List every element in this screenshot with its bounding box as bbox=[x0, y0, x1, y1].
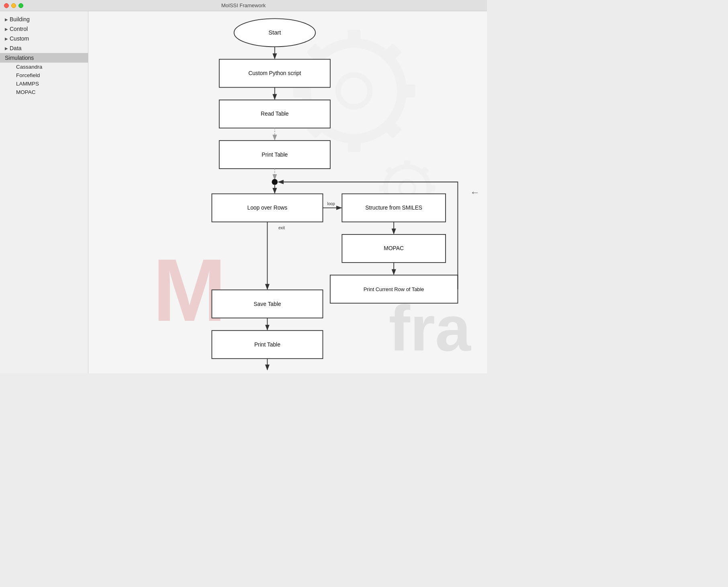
watermark-m: M bbox=[153, 240, 226, 341]
sidebar-item-mopac[interactable]: MOPAC bbox=[11, 88, 88, 96]
svg-point-11 bbox=[399, 181, 415, 196]
svg-text:Save Table: Save Table bbox=[254, 301, 281, 307]
arrow-icon: ▶ bbox=[5, 27, 8, 31]
svg-point-22 bbox=[234, 18, 315, 47]
svg-point-0 bbox=[306, 43, 402, 139]
svg-rect-17 bbox=[385, 200, 395, 210]
svg-text:Read Table: Read Table bbox=[261, 111, 289, 117]
sidebar-item-data[interactable]: ▶ Data bbox=[0, 43, 88, 53]
sidebar-item-label: Forcefield bbox=[16, 72, 40, 78]
sidebar-item-lammps[interactable]: LAMMPS bbox=[11, 79, 88, 88]
svg-rect-15 bbox=[379, 185, 387, 191]
svg-rect-5 bbox=[293, 85, 309, 98]
main-layout: ▶ Building ▶ Control ▶ Custom ▶ Data Sim… bbox=[0, 11, 487, 373]
svg-point-10 bbox=[386, 167, 429, 210]
right-arrow: ← bbox=[470, 187, 483, 198]
sidebar-item-label: Control bbox=[10, 26, 28, 32]
svg-rect-7 bbox=[307, 118, 327, 139]
svg-text:Custom Python script: Custom Python script bbox=[248, 70, 301, 76]
svg-rect-36 bbox=[212, 194, 323, 222]
svg-rect-8 bbox=[382, 118, 402, 139]
svg-text:loop: loop bbox=[327, 202, 335, 206]
maximize-button[interactable] bbox=[18, 3, 23, 8]
title-bar: MolSSI Framework bbox=[0, 0, 487, 11]
sidebar-item-custom[interactable]: ▶ Custom bbox=[0, 34, 88, 43]
sidebar-item-forcefield[interactable]: Forcefield bbox=[11, 71, 88, 79]
svg-rect-54 bbox=[212, 330, 323, 359]
svg-text:Loop over Rows: Loop over Rows bbox=[247, 205, 288, 211]
svg-rect-28 bbox=[219, 100, 330, 128]
svg-rect-12 bbox=[404, 160, 410, 168]
svg-rect-43 bbox=[342, 234, 446, 263]
svg-text:Print Current Row of Table: Print Current Row of Table bbox=[364, 286, 424, 292]
svg-rect-40 bbox=[342, 194, 446, 222]
sidebar-item-label: MOPAC bbox=[16, 89, 36, 95]
flowchart-svg: Start Custom Python script Read Table Pr… bbox=[88, 11, 487, 373]
svg-rect-46 bbox=[330, 275, 458, 303]
window-controls[interactable] bbox=[4, 3, 23, 8]
sidebar: ▶ Building ▶ Control ▶ Custom ▶ Data Sim… bbox=[0, 11, 88, 373]
canvas-area: M fra bbox=[88, 11, 487, 373]
svg-rect-25 bbox=[219, 59, 330, 88]
svg-rect-31 bbox=[219, 141, 330, 169]
svg-text:Print Table: Print Table bbox=[254, 342, 280, 348]
sidebar-item-label: Data bbox=[10, 45, 22, 51]
arrow-icon: ▶ bbox=[5, 17, 8, 22]
sidebar-item-label: Simulations bbox=[5, 55, 34, 61]
arrow-icon: ▶ bbox=[5, 37, 8, 41]
sidebar-item-label: LAMMPS bbox=[16, 81, 39, 87]
sidebar-item-building[interactable]: ▶ Building bbox=[0, 14, 88, 24]
sidebar-item-cassandra[interactable]: Cassandra bbox=[11, 63, 88, 71]
svg-text:MOPAC: MOPAC bbox=[384, 246, 404, 252]
watermark-fra: fra bbox=[389, 291, 471, 365]
svg-text:Start: Start bbox=[268, 29, 281, 36]
minimize-button[interactable] bbox=[11, 3, 16, 8]
svg-text:Print Table: Print Table bbox=[262, 152, 288, 158]
close-button[interactable] bbox=[4, 3, 9, 8]
svg-rect-16 bbox=[419, 166, 429, 176]
gear-watermark bbox=[88, 11, 487, 373]
arrow-icon: ▶ bbox=[5, 46, 8, 51]
svg-text:exit: exit bbox=[278, 226, 285, 230]
svg-rect-18 bbox=[419, 200, 429, 210]
svg-rect-14 bbox=[427, 185, 435, 191]
svg-rect-19 bbox=[385, 166, 395, 176]
sidebar-item-label: Custom bbox=[10, 35, 29, 42]
sidebar-item-label: Building bbox=[10, 16, 30, 22]
svg-point-34 bbox=[272, 179, 278, 185]
svg-rect-2 bbox=[348, 30, 360, 46]
sidebar-item-label: Cassandra bbox=[16, 64, 42, 70]
window-title: MolSSI Framework bbox=[221, 2, 266, 8]
sidebar-item-simulations[interactable]: Simulations bbox=[0, 53, 88, 63]
sidebar-sub-simulations: Cassandra Forcefield LAMMPS MOPAC bbox=[0, 63, 88, 96]
svg-rect-6 bbox=[382, 43, 402, 64]
svg-text:Structure from SMILES: Structure from SMILES bbox=[365, 205, 422, 211]
svg-rect-13 bbox=[404, 208, 410, 216]
svg-rect-3 bbox=[348, 136, 360, 152]
svg-rect-9 bbox=[307, 43, 327, 64]
svg-rect-51 bbox=[212, 290, 323, 318]
sidebar-item-control[interactable]: ▶ Control bbox=[0, 24, 88, 34]
svg-point-1 bbox=[338, 75, 370, 107]
svg-rect-4 bbox=[399, 85, 415, 98]
